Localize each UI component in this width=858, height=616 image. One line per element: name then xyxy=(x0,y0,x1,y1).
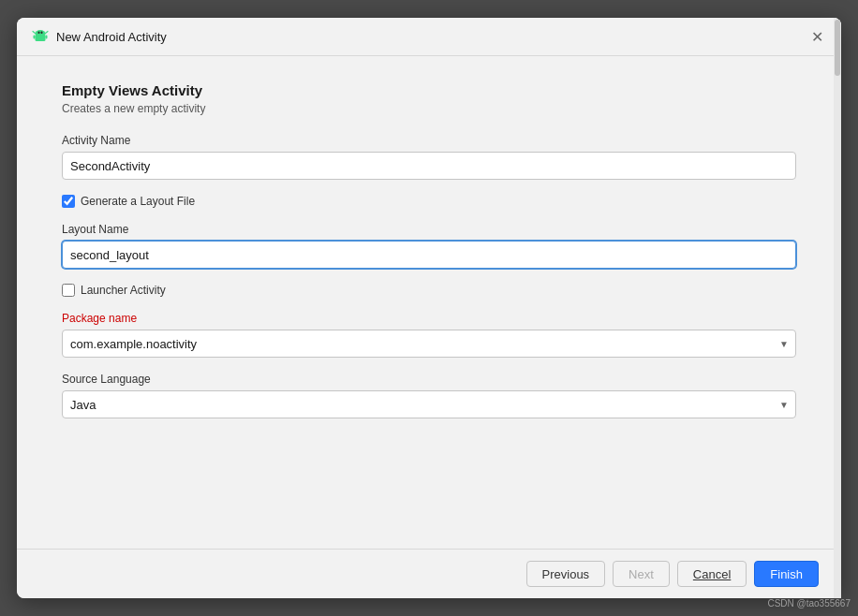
layout-name-label: Layout Name xyxy=(62,223,796,236)
dialog-title: New Android Activity xyxy=(56,30,167,44)
launcher-activity-checkbox[interactable] xyxy=(62,284,75,297)
source-language-select-wrapper: Java Kotlin ▼ xyxy=(62,390,796,418)
layout-name-group: Layout Name xyxy=(62,223,796,269)
next-button[interactable]: Next xyxy=(613,561,670,587)
svg-rect-2 xyxy=(34,36,36,39)
generate-layout-checkbox[interactable] xyxy=(62,195,75,208)
title-bar-left: New Android Activity xyxy=(32,28,167,45)
package-name-select[interactable]: com.example.noactivity xyxy=(62,330,796,358)
scrollbar-thumb[interactable] xyxy=(835,20,840,76)
finish-button[interactable]: Finish xyxy=(754,561,819,587)
svg-rect-5 xyxy=(41,32,43,35)
cancel-button[interactable]: Cancel xyxy=(677,561,747,587)
activity-name-group: Activity Name xyxy=(62,134,796,180)
source-language-group: Source Language Java Kotlin ▼ xyxy=(62,373,796,418)
package-name-select-wrapper: com.example.noactivity ▼ xyxy=(62,330,796,358)
layout-name-input[interactable] xyxy=(62,241,796,269)
svg-rect-4 xyxy=(38,32,40,35)
watermark: CSDN @tao355667 xyxy=(767,598,851,609)
svg-rect-1 xyxy=(36,35,46,41)
activity-name-label: Activity Name xyxy=(62,134,796,147)
launcher-activity-row: Launcher Activity xyxy=(62,284,796,297)
close-button[interactable]: ✕ xyxy=(807,27,826,46)
android-icon xyxy=(32,28,49,45)
section-subtitle: Creates a new empty activity xyxy=(62,102,796,115)
previous-button[interactable]: Previous xyxy=(526,561,606,587)
section-title: Empty Views Activity xyxy=(62,82,796,98)
dialog-footer: Previous Next Cancel Finish xyxy=(17,549,841,598)
package-name-group: Package name com.example.noactivity ▼ xyxy=(62,312,796,358)
generate-layout-row: Generate a Layout File xyxy=(62,195,796,208)
generate-layout-label[interactable]: Generate a Layout File xyxy=(81,195,195,208)
dialog-content: Empty Views Activity Creates a new empty… xyxy=(17,56,841,549)
svg-rect-3 xyxy=(46,36,48,39)
package-name-label: Package name xyxy=(62,312,796,325)
dialog: New Android Activity ✕ Empty Views Activ… xyxy=(17,18,841,598)
launcher-activity-label[interactable]: Launcher Activity xyxy=(81,284,166,297)
source-language-select[interactable]: Java Kotlin xyxy=(62,390,796,418)
source-language-label: Source Language xyxy=(62,373,796,386)
title-bar: New Android Activity ✕ xyxy=(17,18,841,56)
activity-name-input[interactable] xyxy=(62,152,796,180)
svg-line-7 xyxy=(46,32,49,34)
scrollbar-track[interactable] xyxy=(834,18,841,598)
svg-line-6 xyxy=(33,32,36,34)
